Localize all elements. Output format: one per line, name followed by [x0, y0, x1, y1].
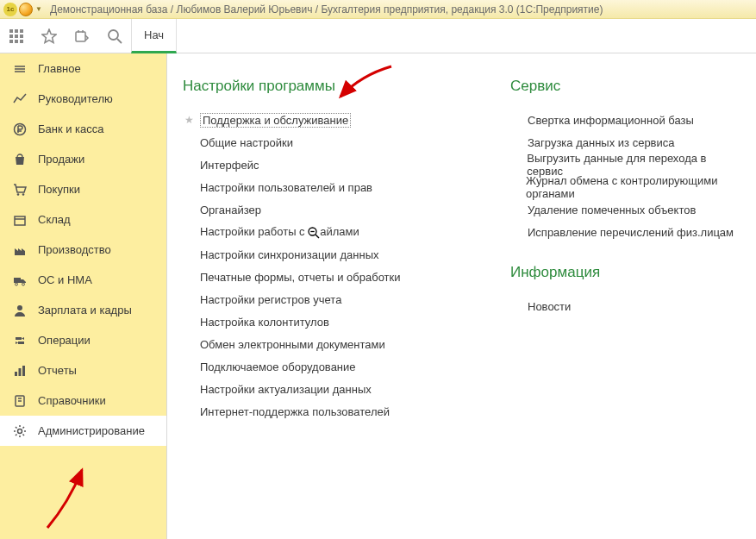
svg-rect-1	[15, 29, 18, 33]
service-link[interactable]: ★Загрузка данных из сервиса	[510, 131, 735, 154]
sidebar-item-bank[interactable]: Банк и касса	[0, 114, 166, 144]
settings-link[interactable]: ★Печатные формы, отчеты и обработки	[183, 266, 450, 288]
annotation-arrow-bottom	[39, 463, 99, 532]
settings-link[interactable]: ★Общие настройки	[183, 131, 450, 154]
service-link[interactable]: ★Выгрузить данные для перехода в сервис	[510, 154, 735, 176]
favorites-star-button[interactable]	[33, 19, 66, 53]
settings-link-label: Интерфейс	[200, 159, 259, 172]
service-link[interactable]: ★Новости	[510, 295, 735, 317]
svg-rect-10	[76, 32, 85, 41]
svg-rect-7	[15, 40, 18, 43]
cart-icon	[12, 182, 28, 197]
sidebar-item-operations[interactable]: Операции	[0, 325, 166, 355]
settings-link-label: Настройки регистров учета	[200, 293, 341, 306]
svg-rect-19	[15, 216, 25, 225]
svg-rect-0	[9, 29, 13, 33]
svg-rect-27	[22, 366, 25, 376]
settings-link[interactable]: ★Органайзер	[183, 198, 450, 221]
settings-link[interactable]: ★Настройки актуализации данных	[183, 378, 450, 400]
tab-start-label: Нач	[144, 28, 164, 41]
ruble-icon	[12, 122, 28, 137]
sidebar-item-warehouse[interactable]: Склад	[0, 204, 166, 235]
settings-link[interactable]: ★Поддержка и обслуживание	[183, 109, 450, 131]
bag-icon	[12, 152, 28, 167]
main-toolbar: Нач	[0, 19, 756, 53]
svg-point-22	[16, 283, 18, 285]
chart-line-icon	[12, 91, 28, 107]
factory-icon	[12, 242, 28, 258]
window-titlebar: 1c ▼ Демонстрационная база / Любимов Вал…	[0, 0, 756, 19]
service-link-label: Исправление перечислений физ.лицам	[528, 226, 734, 239]
apps-grid-button[interactable]	[0, 19, 33, 53]
svg-point-18	[22, 193, 25, 196]
settings-link[interactable]: ★Настройки пользователей и прав	[183, 176, 450, 198]
settings-link[interactable]: ★Интернет-поддержка пользователей	[183, 400, 450, 423]
service-link[interactable]: ★Исправление перечислений физ.лицам	[510, 221, 735, 243]
settings-link-label: Настройки пользователей и прав	[200, 181, 372, 194]
svg-point-23	[22, 283, 25, 285]
service-link[interactable]: ★Журнал обмена с контролирующими органам…	[510, 176, 735, 198]
settings-link-label: Поддержка и обслуживание	[200, 113, 351, 128]
settings-link[interactable]: ★Обмен электронными документами	[183, 333, 450, 355]
service-link-label: Журнал обмена с контролирующими органами	[526, 174, 735, 200]
sidebar-item-assets[interactable]: ОС и НМА	[0, 265, 166, 295]
window-menu-button[interactable]	[19, 3, 33, 16]
sidebar-item-label: Склад	[38, 213, 71, 226]
gear-icon	[12, 423, 28, 439]
sidebar-item-production[interactable]: Производство	[0, 235, 166, 265]
sidebar-item-label: Справочники	[38, 394, 106, 407]
sidebar-item-manager[interactable]: Руководителю	[0, 84, 166, 114]
search-button[interactable]	[98, 19, 131, 53]
settings-link[interactable]: ★Настройки синхронизации данных	[183, 243, 450, 266]
sidebar-item-label: Покупки	[38, 183, 80, 196]
book-icon	[12, 393, 28, 409]
sidebar-item-reports[interactable]: Отчеты	[0, 355, 166, 385]
settings-link[interactable]: ★Настройка колонтитулов	[183, 310, 450, 333]
sidebar-item-administration[interactable]: Администрирование	[0, 416, 166, 446]
navigation-sidebar: Главное Руководителю Банк и касса Продаж…	[0, 53, 167, 539]
settings-link-label: Органайзер	[200, 204, 261, 216]
svg-point-11	[109, 30, 118, 40]
bar-chart-icon	[12, 363, 28, 379]
sidebar-item-label: Отчеты	[38, 364, 77, 377]
service-link[interactable]: ★Удаление помеченных объектов	[510, 198, 735, 221]
svg-rect-4	[15, 34, 18, 38]
svg-rect-3	[9, 34, 13, 38]
sidebar-item-hr[interactable]: Зарплата и кадры	[0, 295, 166, 325]
history-button[interactable]	[66, 19, 98, 53]
settings-link-label: Печатные формы, отчеты и обработки	[200, 271, 401, 284]
tab-start-page[interactable]: Нач	[131, 19, 177, 53]
svg-rect-21	[14, 278, 21, 283]
svg-marker-9	[42, 29, 56, 43]
app-logo-icon: 1c	[3, 3, 17, 16]
sidebar-item-purchases[interactable]: Покупки	[0, 174, 166, 204]
svg-rect-5	[20, 34, 23, 38]
section-head-service: Сервис	[510, 78, 735, 95]
settings-link[interactable]: ★Настройки работы с айлами	[183, 221, 450, 243]
svg-rect-2	[20, 29, 23, 33]
settings-link[interactable]: ★Настройки регистров учета	[183, 288, 450, 310]
content-area: Настройки программы ★Поддержка и обслужи…	[167, 53, 756, 539]
settings-link-label: Настройки работы с айлами	[200, 225, 359, 239]
service-link-label: Загрузка данных из сервиса	[528, 136, 675, 149]
settings-link-label: Настройки синхронизации данных	[200, 248, 379, 261]
sidebar-item-label: Производство	[38, 243, 111, 256]
transfer-icon	[12, 333, 28, 348]
sidebar-item-label: Продажи	[38, 153, 84, 166]
settings-link[interactable]: ★Интерфейс	[183, 154, 450, 176]
sidebar-item-catalogs[interactable]: Справочники	[0, 385, 166, 416]
section-head-settings: Настройки программы	[183, 78, 450, 95]
sidebar-item-label: Главное	[38, 62, 81, 75]
sidebar-item-sales[interactable]: Продажи	[0, 144, 166, 174]
settings-link[interactable]: ★Подключаемое оборудование	[183, 355, 450, 378]
service-link[interactable]: ★Свертка информационной базы	[510, 109, 735, 131]
box-icon	[12, 212, 28, 228]
window-menu-dropdown-icon[interactable]: ▼	[34, 3, 43, 16]
svg-rect-8	[20, 40, 23, 43]
star-icon: ★	[183, 114, 195, 126]
svg-point-31	[18, 429, 22, 433]
settings-link-label: Общие настройки	[200, 136, 293, 149]
svg-rect-25	[15, 372, 17, 376]
settings-link-label: Интернет-поддержка пользователей	[200, 405, 390, 418]
sidebar-item-main[interactable]: Главное	[0, 53, 166, 84]
